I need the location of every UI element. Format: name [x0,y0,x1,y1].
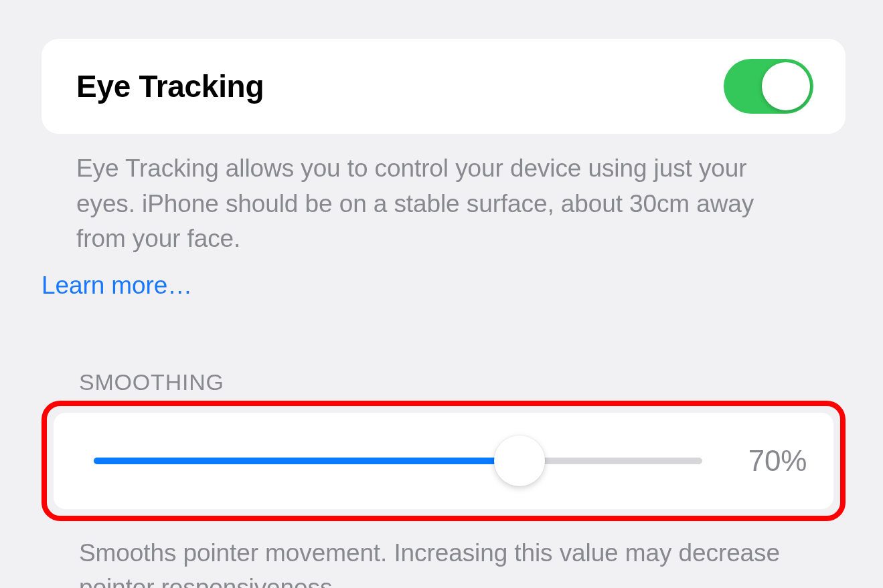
smoothing-description: Smooths pointer movement. Increasing thi… [42,521,846,588]
smoothing-slider-row: 70% [54,413,833,509]
slider-thumb[interactable] [494,435,545,486]
smoothing-section-header: SMOOTHING [79,369,846,395]
slider-track-fill [94,458,519,464]
eye-tracking-toggle[interactable] [724,59,813,114]
eye-tracking-title: Eye Tracking [76,68,264,104]
toggle-knob [762,62,810,110]
smoothing-value-label: 70% [726,444,807,478]
smoothing-slider[interactable] [94,435,702,486]
learn-more-link[interactable]: Learn more… [42,272,846,300]
eye-tracking-description: Eye Tracking allows you to control your … [42,134,846,257]
eye-tracking-row: Eye Tracking [42,39,846,134]
smoothing-highlight-box: 70% [42,401,846,521]
